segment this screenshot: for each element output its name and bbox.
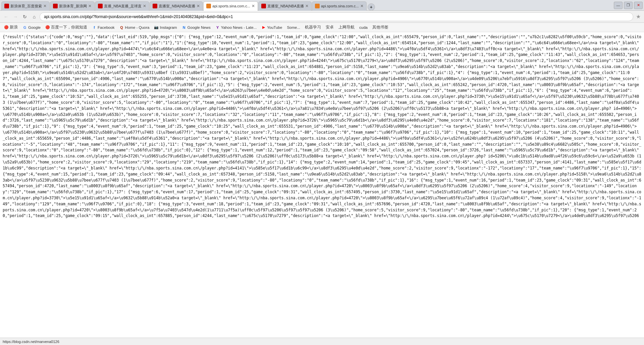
tab-5[interactable]: api.sports.sina.com.c... ✕: [203, 1, 258, 11]
back-button[interactable]: ←: [2, 13, 10, 21]
title-bar: 新浪体育_百度搜索 ✕ 新浪体育_新浪网 ✕ 直播_NBA直播_足球直 ✕ 直播…: [0, 0, 644, 11]
bookmark-yahoonews[interactable]: Y Yahoo News - Late...: [213, 24, 259, 30]
bookmark-label-some: Some...: [287, 25, 300, 29]
tab-favicon-2: [53, 4, 58, 8]
bookmark-label-sinanews: 新浪: [10, 25, 18, 30]
tab-favicon-3: [98, 4, 103, 8]
bookmark-icon-facebook: f: [92, 25, 97, 30]
bookmark-label-youtube: YouTube: [267, 25, 282, 29]
bookmark-label-android: 安卓: [326, 25, 334, 30]
tab-3[interactable]: 直播_NBA直播_足球直 ✕: [95, 1, 149, 11]
bookmark-label-instagram: Instagram: [160, 25, 177, 29]
tab-label-2: 新浪体育_新浪网: [59, 4, 87, 9]
tab-close-5[interactable]: ✕: [252, 4, 255, 8]
bookmark-others[interactable]: 其他书签: [370, 24, 390, 30]
bookmark-label-googlenews: Google News: [187, 25, 211, 29]
tab-close-6[interactable]: ✕: [305, 4, 309, 8]
bookmark-label-nav: 上网导航: [338, 25, 355, 30]
tab-label-6: 直播室_NBA|NBA直播: [267, 4, 304, 9]
tab-close-2[interactable]: ✕: [88, 4, 92, 8]
bookmark-cuda[interactable]: cuda: [357, 25, 370, 30]
tab-bar: 新浪体育_百度搜索 ✕ 新浪体育_新浪网 ✕ 直播_NBA直播_足球直 ✕ 直播…: [1, 0, 612, 11]
bookmark-googlenews[interactable]: N Google News: [180, 24, 213, 30]
bookmark-icon-baidu: 🔴: [45, 25, 50, 30]
reload-button[interactable]: ↻: [21, 13, 29, 21]
bookmark-some[interactable]: Some...: [285, 25, 302, 30]
bookmark-label-cuda: cuda: [359, 25, 368, 29]
tab-favicon-4: [153, 4, 157, 8]
address-input[interactable]: [40, 12, 633, 21]
bookmark-google[interactable]: G Google: [20, 24, 43, 30]
bookmark-sinanews[interactable]: 🔴 新浪: [2, 24, 20, 30]
bookmark-label-yahoonews: Yahoo News - Late...: [221, 25, 257, 29]
bookmark-label-baidu: 百度一下，你就知道: [51, 25, 87, 30]
forward-button[interactable]: →: [11, 13, 19, 21]
tab-favicon-7: [315, 4, 320, 8]
tab-7[interactable]: api.sports.sina.com.c... ✕: [312, 1, 367, 11]
bookmark-icon-youtube: ▶: [261, 25, 266, 30]
bookmark-android[interactable]: 安卓: [324, 24, 336, 30]
tab-label-1: 新浪体育_百度搜索: [10, 4, 42, 9]
bookmark-label-facebook: Facebook: [98, 25, 115, 29]
bookmark-icon-quora: Q: [119, 25, 124, 30]
close-button[interactable]: ✕: [634, 2, 643, 9]
tab-close-3[interactable]: ✕: [143, 4, 146, 8]
bookmark-quora[interactable]: Q Home - Quora: [117, 24, 152, 30]
tab-label-5: api.sports.sina.com.c...: [212, 4, 250, 8]
tab-2[interactable]: 新浪体育_新浪网 ✕: [50, 1, 95, 11]
bookmark-icon-google: G: [22, 25, 27, 30]
tab-favicon-1: [4, 4, 9, 8]
bookmark-baidu[interactable]: 🔴 百度一下，你就知道: [43, 24, 89, 30]
json-content: {"result":{"status":{"code":0,"msg":""},…: [3, 34, 641, 218]
main-content: {"result":{"status":{"code":0,"msg":""},…: [0, 32, 644, 338]
bookmark-instagram[interactable]: 📷 Instagram: [152, 24, 179, 30]
bookmark-icon-googlenews: N: [182, 25, 186, 30]
restore-button[interactable]: ❐: [624, 2, 633, 9]
tab-1[interactable]: 新浪体育_百度搜索 ✕: [1, 1, 50, 11]
bookmark-label-ml: 机器学习: [305, 25, 321, 30]
bookmark-label-google: Google: [28, 25, 41, 29]
home-button[interactable]: ⌂: [30, 13, 38, 21]
tab-6[interactable]: 直播室_NBA|NBA直播 ✕: [258, 1, 312, 11]
bookmark-label-others: 其他书签: [372, 25, 388, 30]
tab-close-1[interactable]: ✕: [43, 4, 47, 8]
bookmark-icon-yahoonews: Y: [215, 25, 220, 30]
bookmark-icon-sinanews: 🔴: [4, 25, 9, 30]
tab-label-4: 直播室_NBA|NBA直播: [159, 4, 195, 9]
new-tab-button[interactable]: +: [368, 3, 375, 11]
tab-close-7[interactable]: ✕: [360, 4, 364, 8]
tab-favicon-6: [261, 4, 266, 8]
tab-close-4[interactable]: ✕: [197, 4, 200, 8]
bookmark-nav[interactable]: 上网导航: [336, 24, 357, 30]
bookmark-ml[interactable]: 机器学习: [303, 24, 323, 30]
tab-label-7: api.sports.sina.com.c...: [321, 4, 359, 8]
bookmark-youtube[interactable]: ▶ YouTube: [259, 24, 284, 30]
bookmark-facebook[interactable]: f Facebook: [90, 24, 117, 30]
address-bar-row: ← → ↻ ⌂ ★: [0, 11, 644, 23]
bookmark-star[interactable]: ★: [635, 13, 642, 20]
tab-favicon-5: [206, 4, 211, 8]
window-controls: — ❐ ✕: [614, 2, 643, 9]
minimize-button[interactable]: —: [614, 2, 623, 9]
tab-label-3: 直播_NBA直播_足球直: [104, 4, 142, 9]
bookmark-icon-instagram: 📷: [154, 25, 159, 30]
bookmark-label-quora: Home - Quora: [125, 25, 150, 29]
tab-4[interactable]: 直播室_NBA|NBA直播 ✕: [150, 1, 203, 11]
bookmarks-bar: 🔴 新浪 G Google 🔴 百度一下，你就知道 f Facebook Q H…: [0, 23, 644, 32]
